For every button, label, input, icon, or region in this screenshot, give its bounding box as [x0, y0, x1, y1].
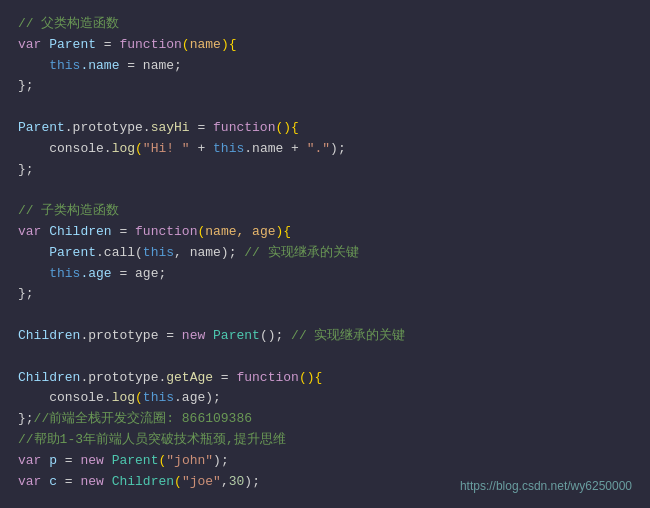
token: new	[182, 328, 213, 343]
token: ,	[221, 474, 229, 489]
token: Children	[18, 328, 80, 343]
code-line: var Children = function(name, age){	[18, 222, 632, 243]
token: .age	[80, 266, 111, 281]
token: this	[143, 245, 174, 260]
token: name, age	[205, 224, 275, 239]
token: getAge	[166, 370, 213, 385]
token: function	[236, 370, 298, 385]
code-container: // 父类构造函数var Parent = function(name){ th…	[0, 0, 650, 508]
token: (	[135, 141, 143, 156]
code-line: };	[18, 284, 632, 305]
token: function	[119, 37, 181, 52]
token: .prototype.	[65, 120, 151, 135]
code-line: };	[18, 76, 632, 97]
token: var	[18, 37, 49, 52]
token: ){	[221, 37, 237, 52]
token: var	[18, 474, 49, 489]
token: ();	[260, 328, 283, 343]
code-line: // 父类构造函数	[18, 14, 632, 35]
token	[18, 266, 49, 281]
token: = name;	[119, 58, 181, 73]
token: .name	[80, 58, 119, 73]
token: =	[112, 224, 135, 239]
token: );	[330, 141, 346, 156]
token: name	[190, 37, 221, 52]
code-line: this.age = age;	[18, 264, 632, 285]
code-line: console.log(this.age);	[18, 388, 632, 409]
token: =	[213, 370, 236, 385]
code-line	[18, 97, 632, 118]
token: this	[213, 141, 244, 156]
token: // 父类构造函数	[18, 16, 119, 31]
token: .name +	[244, 141, 306, 156]
token: .age);	[174, 390, 221, 405]
token: // 实现继承的关键	[283, 328, 405, 343]
token: .call(	[96, 245, 143, 260]
token: };	[18, 162, 34, 177]
token: //前端全栈开发交流圈: 866109386	[34, 411, 252, 426]
code-block: // 父类构造函数var Parent = function(name){ th…	[18, 14, 632, 508]
code-line	[18, 305, 632, 326]
token: new	[80, 474, 111, 489]
token: );	[244, 474, 260, 489]
token: Parent	[49, 37, 96, 52]
code-line: console.log("Hi! " + this.name + ".");	[18, 139, 632, 160]
token: // 子类构造函数	[18, 203, 119, 218]
token	[18, 58, 49, 73]
token: ){	[276, 224, 292, 239]
token: "."	[307, 141, 330, 156]
token: this	[143, 390, 174, 405]
token: function	[135, 224, 197, 239]
token: "Hi! "	[143, 141, 190, 156]
token: "john"	[166, 453, 213, 468]
token: (){	[299, 370, 322, 385]
token: this	[49, 266, 80, 281]
token: (){	[275, 120, 298, 135]
token: =	[57, 453, 80, 468]
token: log	[112, 390, 135, 405]
token	[18, 245, 49, 260]
token: };	[18, 286, 34, 301]
token: // 实现继承的关键	[236, 245, 358, 260]
token: =	[96, 37, 119, 52]
token: log	[112, 141, 135, 156]
token: this	[49, 58, 80, 73]
code-line: Parent.call(this, name); // 实现继承的关键	[18, 243, 632, 264]
token: Children	[49, 224, 111, 239]
code-line: this.name = name;	[18, 56, 632, 77]
code-line: Parent.prototype.sayHi = function(){	[18, 118, 632, 139]
token: Children	[18, 370, 80, 385]
token: sayHi	[151, 120, 190, 135]
code-line	[18, 180, 632, 201]
token: };	[18, 411, 34, 426]
token: 30	[229, 474, 245, 489]
code-line: //帮助1-3年前端人员突破技术瓶颈,提升思维	[18, 430, 632, 451]
token: //帮助1-3年前端人员突破技术瓶颈,提升思维	[18, 432, 286, 447]
token: var	[18, 224, 49, 239]
token: Parent	[49, 245, 96, 260]
token: Parent	[213, 328, 260, 343]
token: function	[213, 120, 275, 135]
token: +	[190, 141, 213, 156]
token: console.	[18, 390, 112, 405]
token: .prototype.	[80, 370, 166, 385]
token: =	[190, 120, 213, 135]
code-line	[18, 347, 632, 368]
token: console.	[18, 141, 112, 156]
code-line: var p = new Parent("john");	[18, 451, 632, 472]
token: = age;	[112, 266, 167, 281]
token: (	[174, 474, 182, 489]
code-line: // 子类构造函数	[18, 201, 632, 222]
token: "joe"	[182, 474, 221, 489]
token: , name);	[174, 245, 236, 260]
code-line: var Parent = function(name){	[18, 35, 632, 56]
token: .prototype =	[80, 328, 181, 343]
token: Parent	[112, 453, 159, 468]
token: };	[18, 78, 34, 93]
code-line: Children.prototype.getAge = function(){	[18, 368, 632, 389]
token: );	[213, 453, 229, 468]
token: Children	[112, 474, 174, 489]
token: c	[49, 474, 57, 489]
token: (	[182, 37, 190, 52]
token: p	[49, 453, 57, 468]
